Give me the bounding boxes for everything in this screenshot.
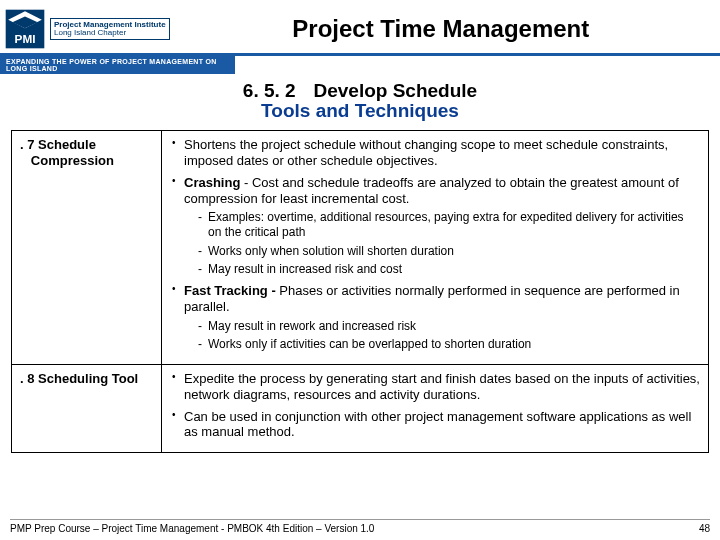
row2-body: Expedite the process by generating start… — [162, 364, 709, 452]
slide-title: Project Time Management — [170, 15, 712, 43]
bullet: Crashing - Cost and schedule tradeoffs a… — [172, 175, 700, 277]
row1-body: Shortens the project schedule without ch… — [162, 131, 709, 365]
bullet-text: Shortens the project schedule without ch… — [184, 137, 668, 168]
content-table: . 7 Schedule Compression Shortens the pr… — [11, 130, 709, 453]
pmi-logo-block: PMI Project Management Institute Long Is… — [4, 8, 170, 50]
section-number: 6. 5. 2 — [243, 80, 296, 101]
section-subtitle: Tools and Techniques — [0, 100, 720, 122]
row2-num: . 8 — [20, 371, 38, 386]
sub-bullet: Examples: overtime, additional resources… — [198, 210, 700, 239]
page-number: 48 — [699, 523, 710, 534]
table-row: . 7 Schedule Compression Shortens the pr… — [12, 131, 709, 365]
footer: PMP Prep Course – Project Time Managemen… — [10, 519, 710, 534]
sub-bullet: Works only when solution will shorten du… — [198, 244, 700, 259]
row1-title-l1: Schedule — [38, 137, 96, 152]
bullet: Can be used in conjunction with other pr… — [172, 409, 700, 441]
slide-container: PMI Project Management Institute Long Is… — [0, 0, 720, 540]
header-wrap: PMI Project Management Institute Long Is… — [0, 0, 720, 74]
bullet: Shortens the project schedule without ch… — [172, 137, 700, 169]
bullet-lead: Crashing — [184, 175, 240, 190]
bullet: Fast Tracking - Phases or activities nor… — [172, 283, 700, 352]
top-bar: PMI Project Management Institute Long Is… — [0, 0, 720, 56]
row1-num: . 7 — [20, 137, 38, 152]
header-tagline: Expanding the Power of Project Managemen… — [0, 56, 235, 74]
row2-label: . 8 Scheduling Tool — [12, 364, 162, 452]
section-heading: 6. 5. 2 Develop Schedule Tools and Techn… — [0, 80, 720, 122]
pmi-logo-icon: PMI — [4, 8, 46, 50]
logo-text: Project Management Institute Long Island… — [50, 18, 170, 40]
bullet: Expedite the process by generating start… — [172, 371, 700, 403]
logo-line2: Long Island Chapter — [54, 29, 166, 37]
row2-title: Scheduling Tool — [38, 371, 138, 386]
svg-text:PMI: PMI — [15, 32, 36, 45]
section-name: Develop Schedule — [313, 80, 477, 101]
sub-bullet: May result in rework and increased risk — [198, 319, 700, 334]
footer-text: PMP Prep Course – Project Time Managemen… — [10, 523, 374, 534]
sub-bullet: May result in increased risk and cost — [198, 262, 700, 277]
bullet-lead: Fast Tracking - — [184, 283, 276, 298]
row1-title-l2: Compression — [31, 153, 114, 168]
bullet-text: - Cost and schedule tradeoffs are analyz… — [184, 175, 679, 206]
sub-bullet: Works only if activities can be overlapp… — [198, 337, 700, 352]
table-row: . 8 Scheduling Tool Expedite the process… — [12, 364, 709, 452]
row1-label: . 7 Schedule Compression — [12, 131, 162, 365]
